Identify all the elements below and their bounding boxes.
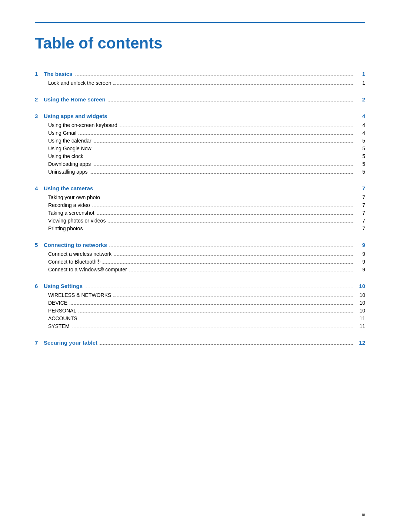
sub-title: Printing photos xyxy=(48,225,83,231)
toc-sub-item: Uninstalling apps5 xyxy=(48,169,365,175)
toc-subsection-list: WIRELESS & NETWORKS10DEVICE10PERSONAL10A… xyxy=(48,292,365,329)
sub-dots xyxy=(94,150,354,150)
sub-page: 10 xyxy=(356,300,365,306)
sub-title: Using Google Now xyxy=(48,145,91,151)
sub-page: 11 xyxy=(356,323,365,329)
sub-title: Using the on-screen keyboard xyxy=(48,122,117,128)
chapter-page: 9 xyxy=(356,242,365,248)
chapter-page: 2 xyxy=(356,96,365,103)
toc-container: 1The basics1Lock and unlock the screen12… xyxy=(35,71,365,346)
sub-page: 7 xyxy=(356,194,365,200)
toc-sub-item: Using the calendar5 xyxy=(48,138,365,144)
sub-page: 9 xyxy=(356,259,365,265)
chapter-title: Using apps and widgets xyxy=(44,113,107,119)
toc-sub-item: Using the on-screen keyboard4 xyxy=(48,122,365,128)
toc-chapter-row: 4Using the cameras7 xyxy=(35,185,365,191)
chapter-title: Using Settings xyxy=(44,283,83,289)
toc-chapter-section: 5Connecting to networks9Connect a wirele… xyxy=(35,242,365,272)
sub-page: 7 xyxy=(356,210,365,216)
toc-sub-item: Using Google Now5 xyxy=(48,145,365,151)
sub-title: Lock and unlock the screen xyxy=(48,80,111,86)
sub-page: 4 xyxy=(356,130,365,136)
page-footer: iii xyxy=(362,512,365,517)
toc-chapter-section: 2Using the Home screen2 xyxy=(35,96,365,103)
toc-chapter-row: 6Using Settings10 xyxy=(35,283,365,289)
toc-sub-item: Taking your own photo7 xyxy=(48,194,365,200)
sub-dots xyxy=(70,304,354,305)
sub-page: 11 xyxy=(356,315,365,321)
sub-dots xyxy=(97,214,354,215)
chapter-dots xyxy=(110,118,354,118)
chapter-number: 5 xyxy=(35,242,42,248)
toc-chapter-row: 5Connecting to networks9 xyxy=(35,242,365,248)
sub-page: 5 xyxy=(356,169,365,175)
sub-page: 9 xyxy=(356,251,365,257)
sub-page: 1 xyxy=(356,80,365,86)
toc-subsection-list: Using the on-screen keyboard4Using Gmail… xyxy=(48,122,365,175)
toc-sub-item: Lock and unlock the screen1 xyxy=(48,80,365,86)
sub-title: Using the calendar xyxy=(48,138,91,144)
toc-chapter-section: 3Using apps and widgets4Using the on-scr… xyxy=(35,113,365,175)
toc-chapter-row: 2Using the Home screen2 xyxy=(35,96,365,103)
toc-chapter-section: 6Using Settings10WIRELESS & NETWORKS10DE… xyxy=(35,283,365,329)
chapter-title: The basics xyxy=(44,71,73,77)
sub-title: Downloading apps xyxy=(48,161,91,167)
toc-subsection-list: Connect a wireless network9Connect to Bl… xyxy=(48,251,365,272)
toc-sub-item: DEVICE10 xyxy=(48,300,365,306)
sub-title: Recording a video xyxy=(48,202,90,208)
toc-sub-item: Connect to a Windows® computer9 xyxy=(48,267,365,272)
toc-sub-item: Downloading apps5 xyxy=(48,161,365,167)
chapter-title: Securing your tablet xyxy=(44,339,97,346)
sub-title: Taking your own photo xyxy=(48,194,100,200)
sub-title: DEVICE xyxy=(48,300,67,306)
chapter-dots xyxy=(85,288,354,288)
chapter-page: 1 xyxy=(356,71,365,77)
sub-title: Connect a wireless network xyxy=(48,251,111,257)
sub-title: ACCOUNTS xyxy=(48,315,77,321)
sub-dots xyxy=(103,263,354,264)
toc-chapter-section: 4Using the cameras7Taking your own photo… xyxy=(35,185,365,231)
toc-sub-item: Taking a screenshot7 xyxy=(48,210,365,216)
sub-page: 10 xyxy=(356,292,365,298)
sub-title: Uninstalling apps xyxy=(48,169,88,175)
chapter-dots xyxy=(109,247,354,247)
sub-title: Using the clock xyxy=(48,153,83,159)
sub-dots xyxy=(93,165,354,166)
sub-title: Using Gmail xyxy=(48,130,76,136)
toc-sub-item: Using the clock5 xyxy=(48,153,365,159)
sub-dots xyxy=(113,84,354,85)
sub-dots xyxy=(129,271,354,271)
chapter-page: 12 xyxy=(356,339,365,346)
chapter-dots xyxy=(108,101,354,101)
sub-page: 7 xyxy=(356,218,365,224)
sub-dots xyxy=(108,222,354,222)
sub-dots xyxy=(80,320,354,320)
toc-chapter-section: 1The basics1Lock and unlock the screen1 xyxy=(35,71,365,86)
sub-page: 4 xyxy=(356,122,365,128)
toc-chapter-row: 3Using apps and widgets4 xyxy=(35,113,365,119)
sub-dots xyxy=(85,230,354,230)
chapter-title: Connecting to networks xyxy=(44,242,107,248)
page-title: Table of contents xyxy=(35,34,365,52)
toc-chapter-section: 7Securing your tablet12 xyxy=(35,339,365,346)
sub-dots xyxy=(79,134,354,135)
chapter-number: 4 xyxy=(35,185,42,191)
sub-dots xyxy=(90,173,354,174)
toc-sub-item: Using Gmail4 xyxy=(48,130,365,136)
toc-sub-item: PERSONAL10 xyxy=(48,308,365,314)
chapter-dots xyxy=(100,344,354,345)
sub-page: 5 xyxy=(356,138,365,144)
sub-page: 5 xyxy=(356,161,365,167)
top-border xyxy=(35,22,365,23)
toc-subsection-list: Lock and unlock the screen1 xyxy=(48,80,365,86)
toc-sub-item: Connect to Bluetooth®9 xyxy=(48,259,365,265)
toc-sub-item: Printing photos7 xyxy=(48,225,365,231)
sub-dots xyxy=(72,328,354,328)
sub-dots xyxy=(113,297,354,297)
toc-sub-item: Connect a wireless network9 xyxy=(48,251,365,257)
chapter-number: 2 xyxy=(35,96,42,103)
toc-sub-item: Recording a video7 xyxy=(48,202,365,208)
toc-chapter-row: 7Securing your tablet12 xyxy=(35,339,365,346)
sub-title: PERSONAL xyxy=(48,308,76,314)
sub-title: Taking a screenshot xyxy=(48,210,94,216)
